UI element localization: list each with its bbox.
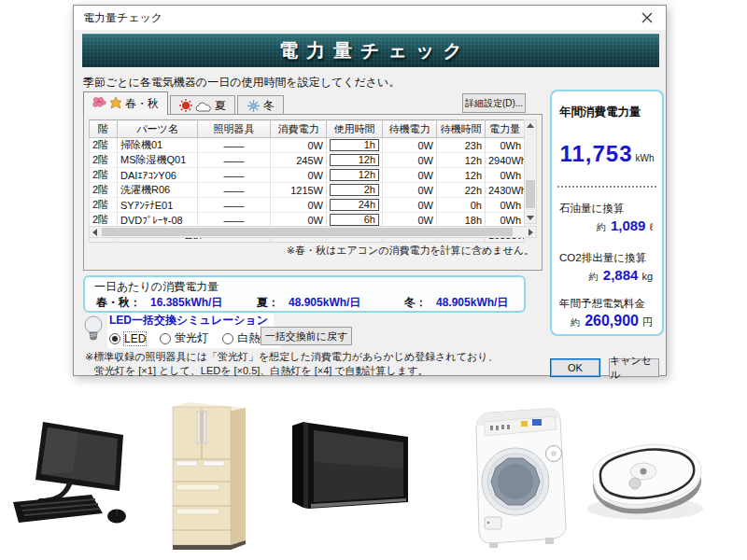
refrigerator-image (164, 401, 254, 557)
cost-value: 約260,900円 (557, 313, 656, 329)
scroll-right-icon[interactable] (529, 229, 533, 236)
col-light[interactable]: 照明器具 (198, 120, 271, 138)
tab-spring-autumn[interactable]: 春・秋 (83, 91, 168, 115)
col-part[interactable]: パーツ名 (118, 120, 198, 138)
tab-winter-label: 冬 (263, 98, 275, 114)
cost-label: 年間予想電気料金 (559, 297, 656, 311)
close-icon (641, 12, 653, 23)
detail-settings-button[interactable]: 詳細設定(D)... (462, 93, 526, 113)
daily-title: 一日あたりの消費電力量 (94, 279, 218, 295)
led-note-line1: ※標準収録の照明器具には「蛍光灯」を想定した消費電力があらかじめ登録されており、 (85, 350, 499, 364)
radio-led-circle (109, 333, 120, 344)
table-row: 2階 SYｱﾝﾃﾅE01 —— 0W 24h 0W 0h 0Wh (90, 198, 525, 213)
ok-button[interactable]: OK (550, 358, 600, 377)
daily-spring-autumn: 春・秋： 16.385kWh/日 (96, 295, 257, 311)
tab-summer[interactable]: 夏 (170, 95, 235, 115)
use-time-input[interactable]: 12h (330, 154, 379, 166)
table-row: 2階 DAIｴｱｺﾝY06 —— 0W 12h 0W 12h 0Wh (90, 168, 525, 183)
table-row: 2階 MS除湿機Q01 —— 245W 12h 0W 12h 2940Wh (90, 153, 525, 168)
co2-value: 約2,884kg (557, 267, 656, 284)
cloud-icon (195, 100, 212, 112)
tab-summer-label: 夏 (215, 98, 226, 114)
table-row: 2階 掃除機01 —— 0W 1h 0W 23h 0Wh (90, 138, 525, 153)
radio-fluorescent[interactable]: 蛍光灯 (160, 330, 208, 346)
radio-led[interactable]: LED (109, 332, 146, 345)
scroll-left-icon[interactable] (92, 229, 97, 236)
co2-label: CO2排出量に換算 (559, 251, 656, 265)
desktop-computer-image (11, 420, 134, 538)
appliance-table-panel: 階 パーツ名 照明器具 消費電力 使用時間 待機電力 待機時間 電力量 2階 掃… (83, 114, 543, 271)
led-note-line2: 蛍光灯を [×1] として、LEDを [×0.5]、白熱灯を [×4] で自動計… (94, 364, 428, 378)
cherry-blossom-icon (92, 97, 106, 110)
power-check-dialog: 電力量チェック 電力量チェック 季節ごとに各電気機器の一日の使用時間を設定してく… (73, 5, 667, 376)
tab-spring-autumn-label: 春・秋 (125, 96, 159, 112)
table-row: 2階 洗濯機R06 —— 1215W 2h 0W 22h 2430Wh (90, 183, 525, 198)
table-note: ※春・秋はエアコンの消費電力を計算に含めません。 (287, 244, 534, 258)
col-standby-power[interactable]: 待機電力 (383, 120, 437, 138)
col-energy[interactable]: 電力量 (486, 120, 525, 138)
horizontal-scroll-thumb[interactable] (102, 228, 513, 236)
reset-before-swap-button[interactable]: 一括交換前に戻す (261, 327, 352, 345)
banner-title: 電力量チェック (271, 38, 471, 63)
radio-incandescent-circle (222, 333, 233, 344)
col-standby-time[interactable]: 待機時間 (437, 120, 486, 138)
use-time-input[interactable]: 1h (330, 139, 379, 151)
cancel-button[interactable]: キャンセル (609, 358, 659, 377)
col-floor[interactable]: 階 (90, 120, 118, 138)
radio-fluorescent-circle (160, 333, 171, 344)
scroll-up-icon[interactable] (527, 123, 534, 128)
divider (557, 186, 656, 188)
horizontal-scrollbar[interactable] (89, 226, 537, 238)
table-header-row: 階 パーツ名 照明器具 消費電力 使用時間 待機電力 待機時間 電力量 (90, 120, 525, 138)
daily-summer: 夏： 48.905kWh/日 (257, 295, 404, 311)
scroll-down-icon[interactable] (527, 216, 534, 220)
use-time-input[interactable]: 2h (330, 184, 379, 196)
vertical-scroll-thumb[interactable] (526, 180, 535, 208)
flat-screen-tv-image (277, 420, 410, 521)
daily-consumption-box: 一日あたりの消費電力量 春・秋： 16.385kWh/日 夏： 48.905kW… (83, 275, 526, 313)
use-time-input[interactable]: 24h (330, 199, 379, 211)
appliance-table: 階 パーツ名 照明器具 消費電力 使用時間 待機電力 待機時間 電力量 2階 掃… (89, 119, 525, 243)
autumn-leaf-icon (109, 97, 122, 110)
use-time-input[interactable]: 12h (330, 169, 379, 181)
use-time-input[interactable]: 6h (330, 214, 379, 226)
header-banner: 電力量チェック (82, 34, 659, 67)
col-power[interactable]: 消費電力 (271, 120, 327, 138)
season-tabs: 春・秋 夏 冬 (83, 91, 284, 115)
annual-energy-value: 11,753kWh (557, 141, 656, 167)
sun-icon (179, 99, 192, 112)
annual-energy-label: 年間消費電力量 (559, 105, 656, 120)
led-simulation-title: LED一括交換シミュレーション (107, 313, 274, 329)
light-bulb-icon (83, 315, 104, 346)
led-options: LED 蛍光灯 白熱灯 (107, 329, 280, 348)
oil-value: 約1,089ℓ (557, 217, 656, 234)
robot-vacuum-image (582, 432, 712, 529)
oil-label: 石油量に換算 (559, 202, 656, 216)
washing-machine-image (459, 405, 579, 553)
close-button[interactable] (632, 8, 662, 27)
tab-winter[interactable]: 冬 (237, 95, 284, 115)
snowflake-icon (247, 99, 261, 113)
annual-summary-panel: 年間消費電力量 11,753kWh 石油量に換算 約1,089ℓ CO2排出量に… (550, 90, 664, 336)
window-title: 電力量チェック (83, 6, 162, 30)
title-bar: 電力量チェック (74, 6, 666, 30)
instruction-text: 季節ごとに各電気機器の一日の使用時間を設定してください。 (83, 75, 400, 91)
vertical-scrollbar[interactable] (524, 119, 537, 224)
col-use-time[interactable]: 使用時間 (327, 120, 383, 138)
daily-winter: 冬： 48.905kWh/日 (404, 295, 508, 311)
